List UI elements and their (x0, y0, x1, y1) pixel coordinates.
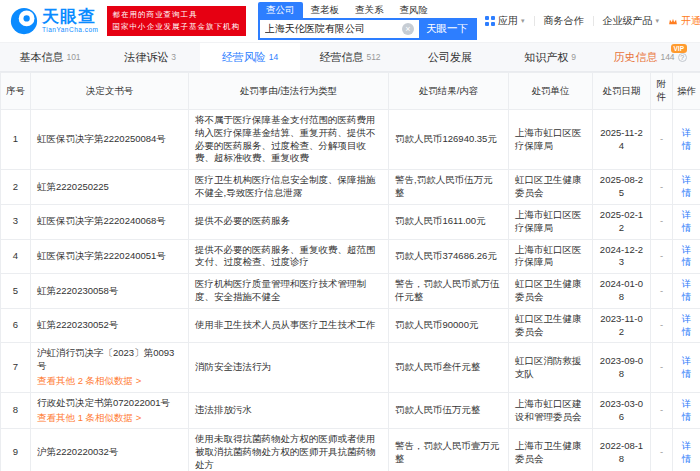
table-row: 7沪虹消行罚决字〔2023〕第0093号查看其他 2 条相似数据 >消防安全违法… (1, 343, 700, 392)
cell-penalty-authority: 上海市虹口区建设和管理委员会 (509, 392, 593, 429)
penalty-table: 序号决定文书号处罚事由/违法行为类型处罚结果/内容处罚单位处罚日期附件操作 1虹… (0, 72, 700, 471)
tab-intellectual-property[interactable]: 知识产权9 (500, 43, 600, 71)
column-header: 处罚日期 (593, 73, 651, 110)
cell-action: 详情 (673, 343, 700, 392)
cell-document-number: 虹医保罚决字第2220240051号 (31, 239, 189, 274)
document-number: 虹医保罚决字第2220240068号 (37, 215, 182, 228)
cell-penalty-authority: 虹口区卫生健康委员会 (509, 308, 593, 343)
cell-index: 3 (1, 204, 31, 239)
tab-count: 9 (571, 52, 576, 62)
document-number: 沪第2220220032号 (37, 446, 182, 459)
table-row: 5虹第2220230058号医疗机构医疗质量管理和医疗技术管理制度、安全措施不健… (1, 274, 700, 309)
open-membership-button[interactable]: 开通会员 ▾ (668, 14, 700, 28)
cell-penalty-reason: 将不属于医疗保障基金支付范围的医药费用纳入医疗保障基金结算、重复开药、提供不必要… (189, 110, 389, 170)
search-tabs: 查公司查老板查关系查风险 (258, 2, 477, 18)
document-number: 虹医保罚决字第2220240051号 (37, 250, 182, 263)
cell-action: 详情 (673, 110, 700, 170)
table-row: 8行政处罚决定书第072022001号查看其他 1 条相似数据 >违法排放污水罚… (1, 392, 700, 429)
tab-count: 512 (366, 52, 380, 62)
cell-attachment: - (651, 343, 673, 392)
chevron-down-icon: ▾ (656, 17, 660, 25)
detail-link[interactable]: 详情 (682, 355, 692, 379)
divider (534, 16, 535, 26)
cooperation-link[interactable]: 商务合作 (544, 14, 584, 28)
enterprise-label: 企业级产品 (603, 14, 653, 28)
document-number: 行政处罚决定书第072022001号 (37, 397, 182, 410)
cell-attachment: - (651, 429, 673, 471)
search-tab-relation[interactable]: 查关系 (347, 2, 392, 18)
slogan-badge: 都在用的商业查询工具 国家中小企业发展子基金旗下机构 (107, 6, 247, 37)
detail-link[interactable]: 详情 (682, 313, 692, 337)
cell-penalty-reason: 使用未取得抗菌药物处方权的医师或者使用被取消抗菌药物处方权的医师开具抗菌药物处方 (189, 429, 389, 471)
tab-label: 历史信息 (613, 50, 657, 65)
clear-search-icon[interactable]: × (402, 23, 414, 35)
site-header: 天眼查 TianYanCha.com 都在用的商业查询工具 国家中小企业发展子基… (0, 0, 700, 42)
cell-attachment: - (651, 204, 673, 239)
cell-attachment: - (651, 239, 673, 274)
tab-lawsuits[interactable]: 法律诉讼3 (100, 43, 200, 71)
apps-menu[interactable]: 应用 ▾ (485, 14, 525, 28)
detail-link[interactable]: 详情 (682, 278, 692, 302)
chevron-down-icon: ▾ (521, 17, 525, 25)
vip-badge: VIP (671, 44, 687, 53)
brand-name: 天眼查 (42, 8, 99, 25)
detail-link[interactable]: 详情 (682, 174, 692, 198)
column-header: 处罚结果/内容 (389, 73, 509, 110)
tab-basic-info[interactable]: 基本信息101 (0, 43, 100, 71)
header-nav: 应用 ▾ 商务合作 企业级产品 ▾ 开通会员 ▾ 大卫·... (485, 14, 700, 28)
cell-document-number: 虹第2220230052号 (31, 308, 189, 343)
search-tab-risk[interactable]: 查风险 (392, 2, 437, 18)
detail-link[interactable]: 详情 (682, 209, 692, 233)
tab-business-info[interactable]: 经营信息512 (300, 43, 400, 71)
document-number: 虹第2220230052号 (37, 319, 182, 332)
cell-penalty-authority: 上海市虹口区医疗保障局 (509, 239, 593, 274)
cell-penalty-reason: 提供不必要的医药服务、重复收费、超范围支付、过度检查、过度诊疗 (189, 239, 389, 274)
table-row: 3虹医保罚决字第2220240068号提供不必要的医药服务罚款人民币1611.0… (1, 204, 700, 239)
search-input[interactable] (260, 20, 402, 38)
similar-data-link[interactable]: 查看其他 2 条相似数据 > (37, 375, 182, 388)
tab-count: 3 (171, 52, 176, 62)
cell-penalty-result: 警告,罚款人民币伍万元整 (389, 170, 509, 205)
tab-label: 经营风险 (222, 50, 266, 65)
tab-count: 101 (66, 52, 80, 62)
cell-index: 9 (1, 429, 31, 471)
search-button[interactable]: 天眼一下 (419, 20, 475, 38)
cell-penalty-date: 2023-11-02 (593, 308, 651, 343)
document-number: 虹第2220230058号 (37, 285, 182, 298)
crown-icon (668, 17, 678, 26)
cell-penalty-authority: 虹口区卫生健康委员会 (509, 274, 593, 309)
membership-label: 开通会员 (681, 14, 700, 28)
cell-action: 详情 (673, 274, 700, 309)
cell-index: 4 (1, 239, 31, 274)
question-icon[interactable]: ? (678, 53, 687, 62)
cell-penalty-result: 罚款人民币1611.00元 (389, 204, 509, 239)
column-header: 处罚单位 (509, 73, 593, 110)
tab-company-development[interactable]: 公司发展 (400, 43, 500, 71)
cell-penalty-result: 罚款人民币126940.35元 (389, 110, 509, 170)
enterprise-menu[interactable]: 企业级产品 ▾ (603, 14, 660, 28)
detail-link[interactable]: 详情 (682, 398, 692, 422)
cooperation-label: 商务合作 (544, 14, 584, 28)
detail-link[interactable]: 详情 (682, 127, 692, 151)
tianyancha-logo[interactable]: 天眼查 TianYanCha.com (10, 7, 99, 35)
document-number: 沪虹消行罚决字〔2023〕第0093号 (37, 347, 182, 373)
tab-business-risk[interactable]: 经营风险14 (200, 43, 300, 71)
cell-penalty-result: 警告，罚款人民币贰万伍仟元整 (389, 274, 509, 309)
detail-link[interactable]: 详情 (682, 440, 692, 464)
tab-label: 经营信息 (319, 50, 363, 65)
cell-penalty-date: 2025-11-24 (593, 110, 651, 170)
cell-index: 5 (1, 274, 31, 309)
cell-penalty-date: 2023-09-08 (593, 343, 651, 392)
search-box: × 天眼一下 (258, 18, 477, 40)
tab-history-info[interactable]: 历史信息144VIP? (600, 43, 700, 71)
cell-document-number: 虹医保罚决字第2220240068号 (31, 204, 189, 239)
cell-penalty-authority: 上海市虹口区医疗保障局 (509, 110, 593, 170)
cell-document-number: 虹医保罚决字第2220250084号 (31, 110, 189, 170)
column-header: 操作 (673, 73, 700, 110)
search-tab-boss[interactable]: 查老板 (303, 2, 348, 18)
search-tab-company[interactable]: 查公司 (258, 2, 303, 18)
similar-data-link[interactable]: 查看其他 1 条相似数据 > (37, 412, 182, 425)
detail-link[interactable]: 详情 (682, 244, 692, 268)
cell-penalty-result: 警告，罚款人民币壹万元整 (389, 429, 509, 471)
cell-penalty-authority: 虹口区消防救援支队 (509, 343, 593, 392)
